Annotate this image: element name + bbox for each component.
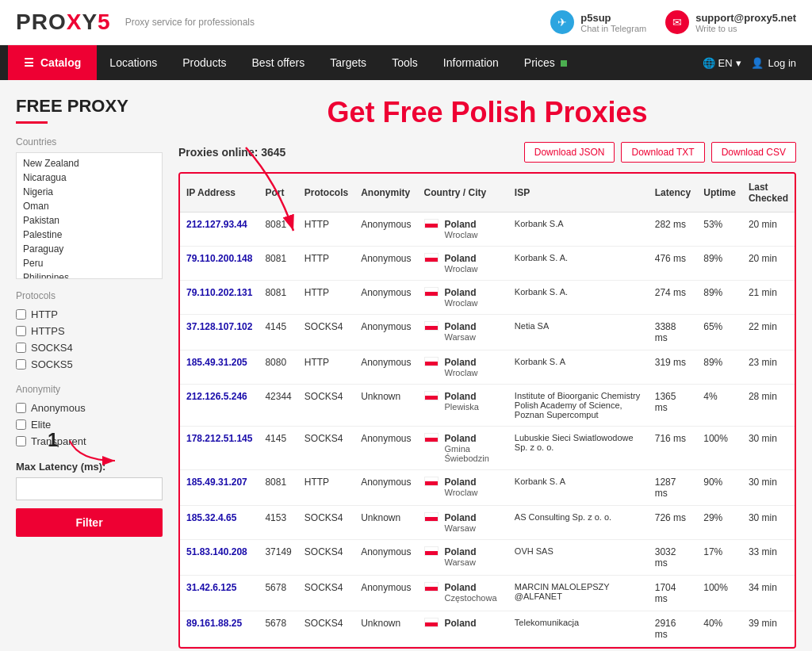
- nav-information[interactable]: Information: [431, 45, 511, 80]
- catalog-menu-button[interactable]: ☰ Catalog: [8, 45, 97, 80]
- table-row: 185.49.31.205 8080 HTTP Anonymous Poland…: [180, 350, 795, 385]
- telegram-contact[interactable]: ✈ p5sup Chat in Telegram: [550, 10, 646, 34]
- cell-port: 8080: [259, 350, 297, 385]
- country-item[interactable]: Peru: [17, 256, 162, 270]
- ip-link[interactable]: 37.128.107.102: [186, 321, 252, 332]
- logo-text: PROXY5: [16, 10, 111, 35]
- protocols-section: Protocols HTTP HTTPS SOCKS4 SOCKS5: [16, 290, 163, 373]
- cell-protocol: SOCKS4: [298, 611, 354, 647]
- cell-ip[interactable]: 89.161.88.25: [180, 611, 259, 647]
- download-json-button[interactable]: Download JSON: [524, 142, 615, 163]
- city-name: Warsaw: [445, 557, 477, 567]
- country-item[interactable]: Philippines: [17, 270, 162, 279]
- anonymity-transparent[interactable]: Transparent: [16, 433, 163, 450]
- proxies-online-label: Proxies online:: [178, 146, 258, 159]
- ip-link[interactable]: 212.126.5.246: [186, 391, 247, 402]
- ip-link[interactable]: 212.127.93.44: [186, 219, 247, 230]
- login-button[interactable]: 👤 Log in: [751, 57, 796, 69]
- cell-ip[interactable]: 178.212.51.145: [180, 427, 259, 470]
- poland-flag-icon: [424, 546, 439, 556]
- nav-targets[interactable]: Targets: [317, 45, 379, 80]
- nav-tools[interactable]: Tools: [379, 45, 431, 80]
- ip-link[interactable]: 178.212.51.145: [186, 433, 252, 444]
- cell-anonymity: Anonymous: [354, 576, 417, 611]
- cell-ip[interactable]: 185.49.31.207: [180, 470, 259, 506]
- download-csv-button[interactable]: Download CSV: [711, 142, 796, 163]
- ip-link[interactable]: 31.42.6.125: [186, 582, 236, 593]
- content-area: Get Free Polish Proxies Proxies online: …: [178, 96, 796, 649]
- email-icon: ✉: [665, 10, 689, 34]
- protocol-https-checkbox[interactable]: [16, 326, 26, 336]
- cell-last-checked: 28 min: [742, 385, 795, 427]
- nav-locations[interactable]: Locations: [97, 45, 170, 80]
- ip-link[interactable]: 79.110.200.148: [186, 253, 252, 264]
- country-item[interactable]: New Zealand: [17, 156, 162, 170]
- ip-link[interactable]: 79.110.202.131: [186, 287, 252, 298]
- cell-last-checked: 30 min: [742, 470, 795, 506]
- anonymity-section: Anonymity Anonymous Elite Transparent: [16, 384, 163, 450]
- protocol-socks4[interactable]: SOCKS4: [16, 339, 163, 356]
- cell-uptime: 100%: [697, 576, 742, 611]
- country-item[interactable]: Nicaragua: [17, 170, 162, 185]
- cell-ip[interactable]: 31.42.6.125: [180, 576, 259, 611]
- country-item[interactable]: Oman: [17, 199, 162, 213]
- cell-protocol: SOCKS4: [298, 315, 354, 350]
- main-content: 1 2 FREE PROXY Countries New Zealand Nic…: [0, 80, 812, 651]
- cell-ip[interactable]: 51.83.140.208: [180, 540, 259, 576]
- email-contact[interactable]: ✉ support@proxy5.net Write to us: [665, 10, 796, 34]
- ip-link[interactable]: 185.32.4.65: [186, 512, 236, 523]
- cell-country: Poland Wroclaw: [418, 350, 508, 385]
- protocol-https[interactable]: HTTPS: [16, 323, 163, 339]
- table-row: 79.110.202.131 8081 HTTP Anonymous Polan…: [180, 281, 795, 315]
- country-item[interactable]: Palestine: [17, 228, 162, 242]
- nav-products[interactable]: Products: [170, 45, 239, 80]
- cell-ip[interactable]: 37.128.107.102: [180, 315, 259, 350]
- cell-ip[interactable]: 185.49.31.205: [180, 350, 259, 385]
- city-name: Plewiska: [445, 402, 479, 412]
- anonymity-anonymous[interactable]: Anonymous: [16, 400, 163, 416]
- protocol-http-checkbox[interactable]: [16, 309, 26, 320]
- country-name: Poland: [445, 391, 479, 402]
- cell-anonymity: Anonymous: [354, 281, 417, 315]
- cell-country: Poland Wroclaw: [418, 247, 508, 281]
- latency-input[interactable]: [16, 477, 163, 500]
- cell-latency: 1704 ms: [649, 576, 698, 611]
- protocol-http[interactable]: HTTP: [16, 306, 163, 323]
- nav-best-offers[interactable]: Best offers: [239, 45, 318, 80]
- table-row: 89.161.88.25 5678 SOCKS4 Unknown Poland …: [180, 611, 795, 647]
- anonymity-elite-checkbox[interactable]: [16, 419, 26, 430]
- country-item[interactable]: Nigeria: [17, 185, 162, 199]
- cell-isp: Netia SA: [508, 315, 649, 350]
- ip-link[interactable]: 185.49.31.205: [186, 357, 247, 368]
- cell-uptime: 4%: [697, 385, 742, 427]
- table-row: 37.128.107.102 4145 SOCKS4 Anonymous Pol…: [180, 315, 795, 350]
- ip-link[interactable]: 185.49.31.207: [186, 477, 247, 488]
- anonymity-elite[interactable]: Elite: [16, 416, 163, 433]
- cell-protocol: HTTP: [298, 213, 354, 247]
- protocol-socks5[interactable]: SOCKS5: [16, 356, 163, 373]
- cell-ip[interactable]: 185.32.4.65: [180, 506, 259, 540]
- cell-ip[interactable]: 212.127.93.44: [180, 213, 259, 247]
- cell-country: Poland Gmina Świebodzin: [418, 427, 508, 470]
- protocol-socks4-checkbox[interactable]: [16, 343, 26, 353]
- cell-anonymity: Unknown: [354, 506, 417, 540]
- cell-ip[interactable]: 212.126.5.246: [180, 385, 259, 427]
- language-selector[interactable]: 🌐 EN ▾: [703, 57, 741, 69]
- ip-link[interactable]: 51.83.140.208: [186, 546, 247, 557]
- cell-ip[interactable]: 79.110.200.148: [180, 247, 259, 281]
- download-txt-button[interactable]: Download TXT: [621, 142, 704, 163]
- anonymity-transparent-checkbox[interactable]: [16, 436, 26, 446]
- cell-ip[interactable]: 79.110.202.131: [180, 281, 259, 315]
- country-item[interactable]: Pakistan: [17, 213, 162, 228]
- nav-prices[interactable]: Prices: [511, 45, 580, 80]
- city-name: Wroclaw: [445, 230, 478, 239]
- col-latency: Latency: [649, 174, 698, 213]
- country-list[interactable]: New Zealand Nicaragua Nigeria Oman Pakis…: [16, 152, 163, 279]
- filter-button[interactable]: Filter: [16, 508, 163, 537]
- protocol-socks5-checkbox[interactable]: [16, 359, 26, 370]
- ip-link[interactable]: 89.161.88.25: [186, 618, 242, 629]
- cell-country: Poland Wroclaw: [418, 213, 508, 247]
- anonymity-anonymous-checkbox[interactable]: [16, 403, 26, 413]
- country-item[interactable]: Paraguay: [17, 242, 162, 256]
- cell-anonymity: Anonymous: [354, 470, 417, 506]
